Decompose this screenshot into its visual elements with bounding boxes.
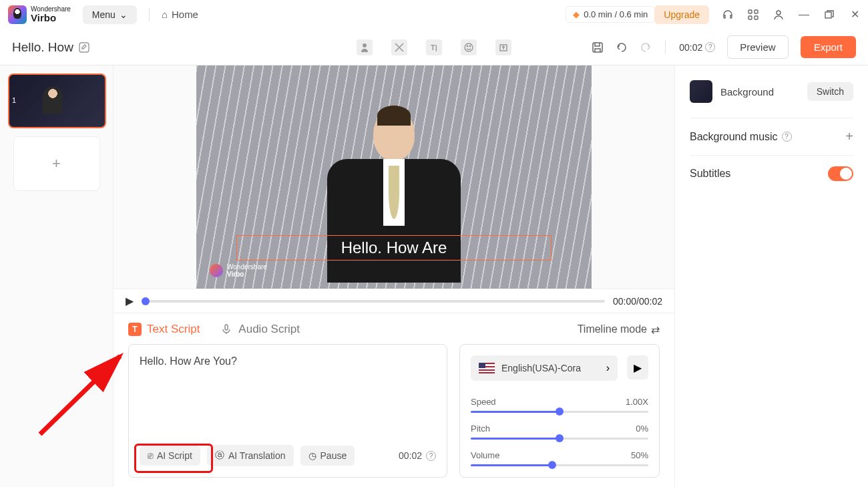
ai-translation-button[interactable]: ⓐ AI Translation xyxy=(207,445,294,466)
timeline-mode-toggle[interactable]: Timeline mode ⇄ xyxy=(578,323,660,336)
menu-button[interactable]: Menu ⌄ xyxy=(83,5,137,24)
window-controls: — ✕ xyxy=(722,9,860,20)
flag-us-icon xyxy=(479,363,495,373)
slider-knob[interactable] xyxy=(556,408,564,416)
logo-icon xyxy=(8,5,27,24)
help-icon[interactable]: ? xyxy=(426,451,436,461)
progress-bar[interactable] xyxy=(142,300,605,303)
playback-time: 00:00/00:02 xyxy=(613,296,662,307)
voice-play-button[interactable]: ▶ xyxy=(627,355,648,379)
undo-icon[interactable] xyxy=(616,41,628,53)
chevron-right-icon: › xyxy=(606,362,610,374)
volume-slider[interactable] xyxy=(471,464,648,466)
script-actions: ⎚ AI Script ⓐ AI Translation ◷ Pause 0 xyxy=(140,445,436,466)
upload-tool-icon[interactable] xyxy=(495,39,511,55)
speed-slider[interactable] xyxy=(471,411,648,413)
svg-rect-0 xyxy=(748,10,752,13)
save-icon[interactable] xyxy=(592,41,604,53)
add-music-button[interactable]: + xyxy=(845,129,853,144)
svg-point-10 xyxy=(469,45,471,47)
diamond-icon: ◆ xyxy=(573,9,580,19)
ai-script-icon: ⎚ xyxy=(148,450,153,461)
tab-text-script[interactable]: T Text Script xyxy=(128,323,200,336)
text-script-icon: T xyxy=(128,323,142,336)
avatar-tool-icon[interactable] xyxy=(357,39,373,55)
duration-label: 00:02 ? xyxy=(679,42,715,53)
pitch-value: 0% xyxy=(636,424,648,434)
svg-rect-2 xyxy=(748,16,752,19)
main-area: 1 + Hello. How Are WondershareVirbo ▶ 00… xyxy=(0,65,868,487)
mic-icon xyxy=(220,323,233,336)
playback-controls: ▶ 00:00/00:02 xyxy=(114,289,674,313)
logo-text: Wondershare Virbo xyxy=(31,5,71,24)
home-icon: ⌂ xyxy=(162,9,168,20)
tab-audio-script[interactable]: Audio Script xyxy=(220,323,300,336)
background-label: Background xyxy=(720,86,799,98)
help-icon[interactable]: ? xyxy=(782,132,792,142)
avatar-figure xyxy=(314,108,474,289)
svg-rect-11 xyxy=(593,43,602,52)
home-link[interactable]: ⌂ Home xyxy=(162,9,198,20)
export-button[interactable]: Export xyxy=(801,36,856,58)
maximize-icon[interactable] xyxy=(824,9,835,20)
scene-thumbnail[interactable]: 1 xyxy=(8,73,106,128)
swap-icon: ⇄ xyxy=(651,323,660,336)
slider-knob[interactable] xyxy=(548,461,556,469)
subtitles-toggle[interactable] xyxy=(828,166,853,181)
menu-label: Menu xyxy=(92,9,116,20)
editor-row: Hello. How Are You? ⎚ AI Script ⓐ AI Tra… xyxy=(128,344,660,478)
script-tabs: T Text Script Audio Script Timeline mode… xyxy=(128,323,660,336)
svg-point-4 xyxy=(777,11,781,15)
svg-rect-1 xyxy=(754,10,758,13)
pitch-slider[interactable] xyxy=(471,438,648,440)
redo-icon[interactable] xyxy=(640,41,652,53)
text-tool-icon[interactable]: T| xyxy=(426,39,442,55)
script-panel: T Text Script Audio Script Timeline mode… xyxy=(114,313,674,487)
slider-knob[interactable] xyxy=(556,434,564,442)
svg-rect-5 xyxy=(825,12,831,18)
watermark: WondershareVirbo xyxy=(210,263,267,278)
chevron-down-icon: ⌄ xyxy=(120,9,128,20)
divider xyxy=(149,8,150,21)
speed-slider-row: Speed1.00X xyxy=(471,397,648,413)
background-switch-button[interactable]: Switch xyxy=(807,82,853,101)
svg-rect-3 xyxy=(754,16,758,19)
edit-icon[interactable] xyxy=(79,42,89,53)
ai-translation-label: AI Translation xyxy=(228,450,286,461)
add-scene-button[interactable]: + xyxy=(13,136,100,191)
template-tool-icon[interactable] xyxy=(391,39,407,55)
close-icon[interactable]: ✕ xyxy=(849,9,860,20)
svg-point-7 xyxy=(363,43,367,47)
play-button[interactable]: ▶ xyxy=(126,295,134,307)
video-canvas[interactable]: Hello. How Are WondershareVirbo xyxy=(196,65,592,289)
minimize-icon[interactable]: — xyxy=(799,9,809,20)
sticker-tool-icon[interactable] xyxy=(461,39,477,55)
voice-selector[interactable]: English(USA)-Cora › xyxy=(471,355,618,381)
properties-panel: Background Switch Background music ? + S… xyxy=(674,65,868,487)
title-bar: Wondershare Virbo Menu ⌄ ⌂ Home ◆ 0.0 mi… xyxy=(0,0,868,29)
script-textarea[interactable]: Hello. How Are You? xyxy=(140,355,436,445)
voice-sliders: Speed1.00X Pitch0% Volume50% xyxy=(471,393,648,466)
pitch-label: Pitch xyxy=(471,424,490,434)
voice-name: English(USA)-Cora xyxy=(501,363,600,373)
background-thumbnail[interactable] xyxy=(690,80,712,103)
apps-icon[interactable] xyxy=(748,9,758,20)
svg-rect-12 xyxy=(225,325,228,330)
translation-icon: ⓐ xyxy=(215,450,224,462)
scene-sidebar: 1 + xyxy=(0,65,114,487)
preview-button[interactable]: Preview xyxy=(727,35,788,59)
tab-label: Audio Script xyxy=(238,323,300,336)
help-icon[interactable]: ? xyxy=(705,42,715,52)
pause-button[interactable]: ◷ Pause xyxy=(300,446,355,466)
progress-knob[interactable] xyxy=(142,297,150,305)
subtitle-overlay[interactable]: Hello. How Are xyxy=(236,235,552,261)
ai-script-button[interactable]: ⎚ AI Script xyxy=(140,446,200,466)
bg-music-section: Background music ? + xyxy=(690,118,853,155)
pause-label: Pause xyxy=(320,450,347,461)
headset-icon[interactable] xyxy=(722,9,733,20)
bg-music-label: Background music ? xyxy=(690,131,792,143)
upgrade-button[interactable]: Upgrade xyxy=(654,5,709,24)
svg-point-8 xyxy=(465,43,473,51)
background-row: Background Switch xyxy=(690,80,853,103)
user-icon[interactable] xyxy=(773,9,784,20)
